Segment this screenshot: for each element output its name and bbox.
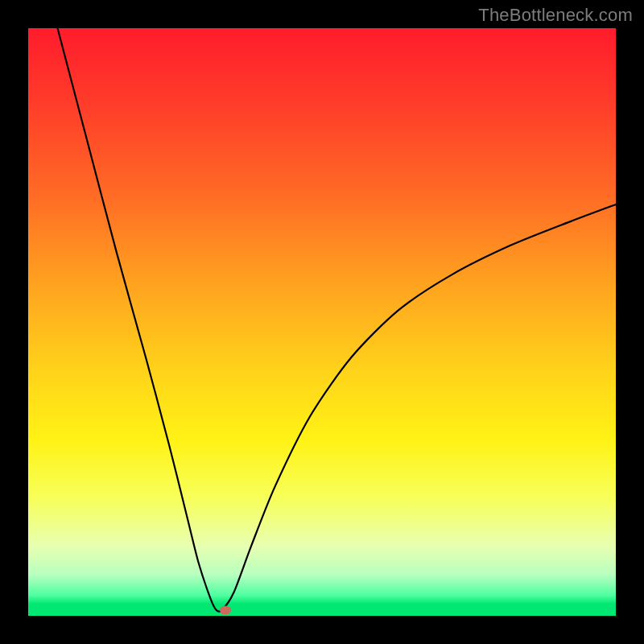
bottleneck-curve (28, 28, 616, 616)
minimum-marker (220, 605, 231, 614)
chart-frame: TheBottleneck.com (0, 0, 644, 644)
plot-area (28, 28, 616, 616)
watermark-text: TheBottleneck.com (478, 5, 633, 26)
